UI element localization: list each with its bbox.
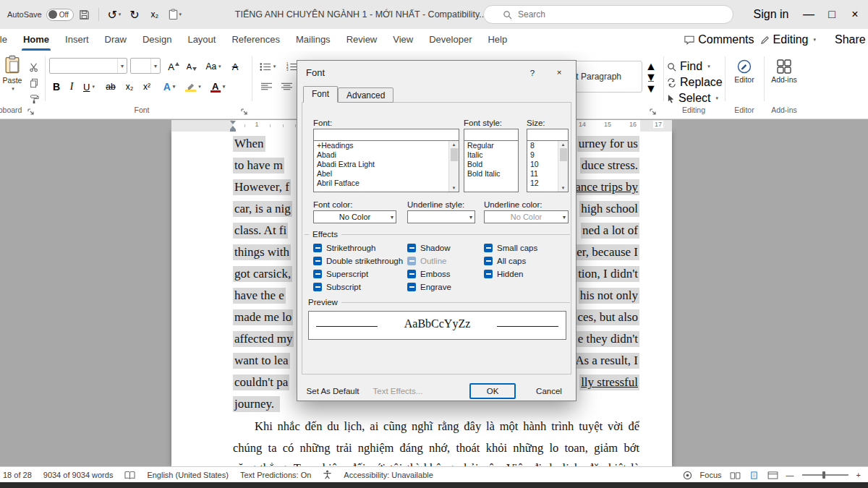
scrollbar[interactable]: ▲ ▼ (448, 141, 459, 192)
first-line-indent-marker[interactable] (230, 121, 236, 124)
scroll-up-icon[interactable]: ▲ (452, 142, 456, 147)
text-effects-dialog-button[interactable]: Text Effects... (371, 383, 425, 399)
checkbox-icon[interactable] (407, 257, 416, 265)
shrink-font-button[interactable]: A (184, 58, 200, 75)
sign-in-button[interactable]: Sign in (751, 6, 791, 23)
bullets-button[interactable]: ▾ (258, 58, 278, 75)
superscript-button[interactable]: x² (139, 78, 155, 95)
chevron-down-icon[interactable]: ▾ (150, 59, 157, 73)
checkbox-emboss[interactable]: Emboss (407, 269, 451, 279)
italic-button[interactable]: I (65, 78, 78, 95)
checkbox-engrave[interactable]: Engrave (407, 282, 451, 292)
web-layout-icon[interactable] (767, 471, 778, 479)
find-button[interactable]: Find ▾ (667, 59, 710, 74)
dialog-tab-advanced[interactable]: Advanced (338, 87, 393, 103)
underline-color-combo[interactable]: No Color ▾ (484, 210, 569, 223)
checkbox-icon[interactable] (313, 270, 322, 278)
scroll-down-icon[interactable]: ▼ (452, 186, 456, 190)
doc-text-right[interactable]: tion, I didn't (576, 266, 639, 282)
document-title[interactable]: TIẾNG ANH CHUYÊN NGÀNH 1 - MỚI NHẤT - Co… (235, 9, 490, 20)
dialog-help-button[interactable]: ? (524, 65, 541, 81)
add-ins-button[interactable]: Add-ins (767, 59, 801, 84)
zoom-slider[interactable] (802, 474, 848, 476)
doc-text-right[interactable]: his not only (579, 288, 639, 304)
doc-text-left[interactable]: However, f (233, 179, 291, 195)
zoom-slider-thumb[interactable] (822, 471, 825, 479)
doc-text-left[interactable]: journey. (233, 396, 280, 412)
tab-design[interactable]: Design (135, 29, 179, 51)
autosave-knob[interactable] (48, 10, 57, 19)
subscript-quick-button[interactable]: x₂ (145, 4, 164, 25)
tab-home[interactable]: Home (15, 29, 57, 51)
scrollbar[interactable]: ▲ ▼ (558, 141, 568, 192)
scroll-thumb[interactable] (451, 148, 458, 161)
clipboard-dialog-launcher[interactable] (27, 108, 35, 116)
format-painter-button[interactable] (26, 93, 42, 106)
tab-file[interactable]: File (0, 29, 15, 51)
checkbox-icon[interactable] (484, 257, 493, 265)
comments-button[interactable]: Comments (684, 31, 754, 48)
doc-paragraph-vietnamese[interactable]: chúng ta có những trải nghiệm đáng nhớ, … (233, 441, 639, 455)
list-item[interactable]: Abel (314, 169, 459, 179)
font-name-input[interactable] (313, 129, 459, 141)
editing-mode-button[interactable]: Editing ▾ (760, 31, 816, 48)
checkbox-all-caps[interactable]: All caps (484, 256, 526, 266)
text-predictions-indicator[interactable]: Text Predictions: On (240, 471, 311, 479)
undo-button[interactable]: ↺▾ (105, 4, 124, 25)
focus-icon[interactable] (683, 471, 692, 480)
scroll-up-icon[interactable]: ▲ (561, 142, 566, 147)
accessibility-icon[interactable] (323, 470, 332, 479)
doc-paragraph-vietnamese[interactable]: Khi nhắc đến du lịch, ai cũng nghĩ rằng … (233, 419, 639, 434)
doc-text-left[interactable]: made me lo (233, 309, 293, 325)
save-button[interactable] (75, 4, 94, 25)
font-dialog-launcher[interactable] (241, 108, 249, 116)
font-name-combobox[interactable]: ▾ (49, 58, 127, 74)
language-indicator[interactable]: English (United States) (147, 471, 229, 479)
print-layout-icon[interactable] (749, 471, 760, 479)
select-button[interactable]: Select ▾ (667, 91, 718, 106)
doc-text-left[interactable]: couldn't pa (233, 374, 289, 390)
doc-text-left[interactable]: things with (233, 244, 291, 260)
cancel-button[interactable]: Cancel (526, 383, 572, 399)
list-item[interactable]: Bold (464, 160, 518, 169)
styles-gallery-more-button[interactable]: ▼ (645, 82, 657, 93)
replace-button[interactable]: Replace (667, 75, 723, 90)
doc-text-left[interactable]: When (233, 136, 265, 152)
paste-button[interactable]: Paste ▾ (0, 55, 29, 92)
underline-button[interactable]: U▾ (80, 78, 98, 95)
checkbox-icon[interactable] (313, 283, 322, 291)
font-size-combobox[interactable]: ▾ (130, 58, 161, 74)
styles-dialog-launcher[interactable] (650, 108, 658, 116)
size-input[interactable] (527, 129, 569, 141)
doc-text-left[interactable]: affected my (233, 331, 294, 347)
checkbox-double-strikethrough[interactable]: Double strikethrough (313, 256, 403, 266)
checkbox-icon[interactable] (484, 244, 493, 252)
font-dialog[interactable]: Font ? × Font Advanced Font: +Headings A… (297, 60, 576, 401)
doc-text-right[interactable]: ance trips by (574, 179, 639, 195)
list-item[interactable]: Bold Italic (464, 169, 518, 179)
checkbox-icon[interactable] (407, 283, 416, 291)
proofing-icon[interactable] (124, 471, 135, 479)
font-style-list[interactable]: Regular Italic Bold Bold Italic (464, 140, 519, 192)
font-style-input[interactable] (464, 129, 519, 141)
text-effects-button[interactable]: A▾ (159, 78, 179, 95)
checkbox-icon[interactable] (313, 244, 322, 252)
doc-text-left[interactable]: have the e (233, 288, 286, 304)
ok-button[interactable]: OK (469, 383, 516, 399)
list-item[interactable]: Regular (464, 141, 518, 150)
size-list[interactable]: 8 9 10 11 12 ▲ ▼ (527, 140, 569, 192)
doc-text-right[interactable]: lly stressful (579, 374, 639, 390)
checkbox-hidden[interactable]: Hidden (484, 269, 523, 279)
doc-text-right[interactable]: ces, but also (576, 309, 639, 325)
change-case-button[interactable]: Aa▾ (203, 58, 224, 75)
align-left-button[interactable] (258, 78, 275, 95)
doc-text-right[interactable]: duce stress. (580, 158, 639, 174)
cut-button[interactable] (26, 61, 42, 74)
doc-text-right[interactable]: ned a lot of (581, 223, 639, 239)
tab-help[interactable]: Help (480, 29, 515, 51)
checkbox-strikethrough[interactable]: Strikethrough (313, 243, 375, 253)
autosave-toggle[interactable]: AutoSave Off (7, 9, 74, 21)
share-button[interactable]: Share (822, 31, 868, 48)
doc-text-right[interactable]: urney for us (577, 136, 639, 152)
bold-button[interactable]: B (49, 78, 64, 95)
